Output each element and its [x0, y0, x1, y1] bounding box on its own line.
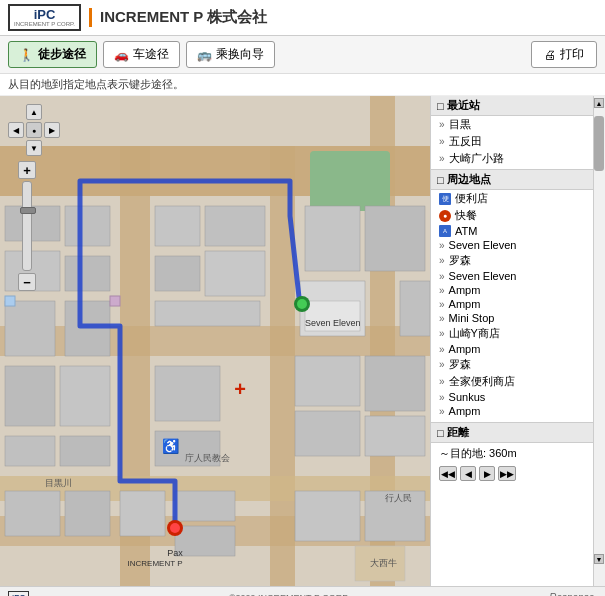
nearby-item-3[interactable]: » Seven Eleven [431, 269, 605, 283]
nearest-collapse-icon: □ [437, 100, 444, 112]
zoom-slider[interactable] [22, 181, 32, 271]
nearby-item-6[interactable]: » Mini Stop [431, 311, 605, 325]
svg-point-48 [297, 299, 307, 309]
footer-copyright: ©2009 INCREMENT P CORP. [229, 593, 350, 597]
zoom-controls: + − [18, 161, 36, 291]
svg-rect-28 [155, 366, 220, 421]
walk-route-button[interactable]: 🚶 徒步途径 [8, 41, 97, 68]
svg-rect-36 [120, 491, 165, 536]
nearby-item-9[interactable]: » 罗森 [431, 356, 605, 373]
compass-down-button[interactable]: ▼ [26, 140, 42, 156]
bullet-icon: » [439, 136, 445, 147]
distance-prev-button[interactable]: ◀◀ [439, 466, 457, 481]
svg-rect-37 [175, 491, 235, 521]
svg-rect-7 [310, 151, 390, 211]
car-icon: 🚗 [114, 48, 129, 62]
svg-text:大西牛: 大西牛 [370, 558, 397, 568]
fast-food-icon: ● [439, 210, 451, 222]
zoom-in-button[interactable]: + [18, 161, 36, 179]
subtitle: 从目的地到指定地点表示键步途径。 [0, 74, 605, 96]
header: iPC INCREMENT P CORP. INCREMENT P 株式会社 [0, 0, 605, 36]
nearby-item-4[interactable]: » Ampm [431, 283, 605, 297]
svg-point-44 [170, 523, 180, 533]
footer-source: Response. [549, 592, 597, 596]
map-area[interactable]: + Pax INCREMENT P Seven Eleven 目黒川 庁人民教会… [0, 96, 430, 586]
svg-rect-18 [305, 206, 360, 271]
distance-back-button[interactable]: ◀ [460, 466, 476, 481]
transit-button[interactable]: 🚌 乘换向导 [186, 41, 275, 68]
map-svg: + Pax INCREMENT P Seven Eleven 目黒川 庁人民教会… [0, 96, 430, 586]
compass-right-button[interactable]: ▶ [44, 122, 60, 138]
walk-icon: 🚶 [19, 48, 34, 62]
nearby-item-2[interactable]: » 罗森 [431, 252, 605, 269]
nearby-item-8[interactable]: » Ampm [431, 342, 605, 356]
bullet-icon: » [439, 119, 445, 130]
footer: iPC ©2009 INCREMENT P CORP. Response. [0, 586, 605, 596]
nearest-item-osaki[interactable]: » 大崎广小路 [431, 150, 605, 167]
nearby-item-12[interactable]: » Ampm [431, 404, 605, 418]
svg-text:Pax: Pax [167, 548, 183, 558]
printer-icon: 🖨 [544, 48, 556, 62]
distance-title: □ 距離 [431, 422, 605, 443]
nearby-item-1[interactable]: » Seven Eleven [431, 238, 605, 252]
compass-left-button[interactable]: ◀ [8, 122, 24, 138]
svg-text:INCREMENT P: INCREMENT P [128, 559, 183, 568]
atm-icon: A [439, 225, 451, 237]
svg-rect-26 [60, 366, 110, 426]
scrollbar-thumb[interactable] [594, 116, 604, 171]
svg-rect-35 [65, 491, 110, 536]
svg-text:目黒川: 目黒川 [45, 478, 72, 488]
svg-rect-12 [155, 206, 200, 246]
svg-rect-33 [365, 416, 425, 456]
panel-scrollbar[interactable]: ▲ ▼ [593, 96, 605, 586]
footer-logo: iPC [8, 591, 29, 596]
nearby-filter-food[interactable]: ● 快餐 [431, 207, 605, 224]
nearby-item-7[interactable]: » 山崎Y商店 [431, 325, 605, 342]
svg-rect-14 [205, 206, 265, 246]
convenience-store-icon: 便 [439, 193, 451, 205]
distance-forward-button[interactable]: ▶ [479, 466, 495, 481]
distance-controls: ◀◀ ◀ ▶ ▶▶ [431, 464, 605, 483]
svg-rect-4 [0, 326, 430, 356]
svg-rect-56 [5, 296, 15, 306]
svg-rect-38 [175, 526, 235, 556]
svg-rect-13 [155, 256, 200, 291]
nearby-title: □ 周边地点 [431, 169, 605, 190]
nearest-item-meguro[interactable]: » 目黒 [431, 116, 605, 133]
compass-center-button[interactable]: ● [26, 122, 42, 138]
nearby-item-11[interactable]: » Sunkus [431, 390, 605, 404]
nearby-item-10[interactable]: » 全家便利商店 [431, 373, 605, 390]
svg-rect-23 [155, 301, 260, 326]
svg-rect-24 [5, 366, 55, 426]
navbar: 🚶 徒步途径 🚗 车途径 🚌 乘换向导 🖨 打印 [0, 36, 605, 74]
train-icon: 🚌 [197, 48, 212, 62]
scrollbar-up-button[interactable]: ▲ [594, 98, 604, 108]
right-panel: □ □ 最近站 最近站 » 目黒 » 五反田 » 大崎广小路 □ 周边地点 便 … [430, 96, 605, 586]
nearby-item-5[interactable]: » Ampm [431, 297, 605, 311]
nearby-filter-atm[interactable]: A ATM [431, 224, 605, 238]
car-route-button[interactable]: 🚗 车途径 [103, 41, 180, 68]
svg-text:庁人民教会: 庁人民教会 [185, 453, 230, 463]
nearest-item-gotanda[interactable]: » 五反田 [431, 133, 605, 150]
zoom-out-button[interactable]: − [18, 273, 36, 291]
svg-rect-19 [365, 206, 425, 271]
svg-text:Seven Eleven: Seven Eleven [305, 318, 361, 328]
logo: iPC INCREMENT P CORP. [8, 4, 81, 31]
compass-up-button[interactable]: ▲ [26, 104, 42, 120]
nearby-filter-convenience[interactable]: 便 便利店 [431, 190, 605, 207]
svg-rect-11 [65, 256, 110, 291]
page-title: INCREMENT P 株式会社 [89, 8, 267, 27]
svg-rect-25 [5, 436, 55, 466]
svg-rect-55 [110, 296, 120, 306]
svg-text:+: + [234, 378, 246, 400]
bullet-icon: » [439, 153, 445, 164]
svg-rect-10 [65, 206, 110, 246]
zoom-thumb[interactable] [20, 207, 36, 214]
print-button[interactable]: 🖨 打印 [531, 41, 597, 68]
distance-value: ～目的地: 360m [431, 443, 605, 464]
svg-rect-27 [60, 436, 110, 466]
scrollbar-down-button[interactable]: ▼ [594, 554, 604, 564]
distance-next-button[interactable]: ▶▶ [498, 466, 516, 481]
svg-rect-32 [365, 356, 425, 411]
svg-text:♿: ♿ [162, 438, 180, 455]
